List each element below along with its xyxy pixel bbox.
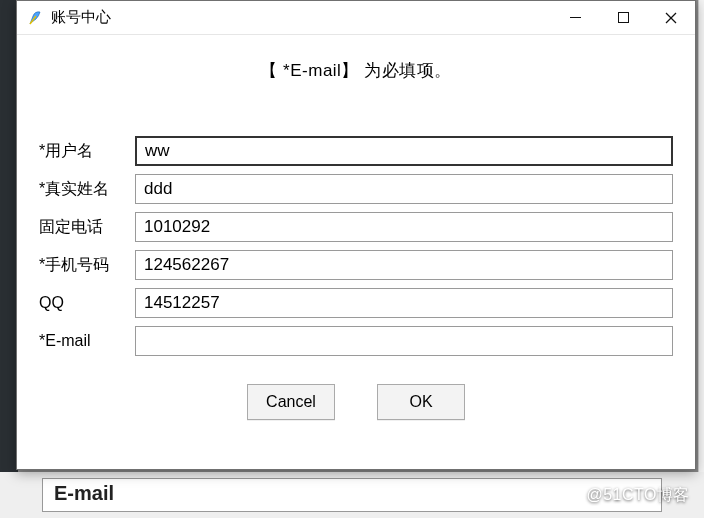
maximize-button[interactable]	[599, 1, 647, 35]
row-qq: QQ	[39, 288, 673, 318]
dialog-content: 【 *E-mail】 为必填项。 *用户名 *真实姓名 固定电话 *手机号码 Q…	[17, 35, 695, 469]
input-email[interactable]	[135, 326, 673, 356]
input-realname[interactable]	[135, 174, 673, 204]
label-landline: 固定电话	[39, 217, 135, 238]
input-landline[interactable]	[135, 212, 673, 242]
input-mobile[interactable]	[135, 250, 673, 280]
label-realname: *真实姓名	[39, 179, 135, 200]
input-username[interactable]	[135, 136, 673, 166]
titlebar[interactable]: 账号中心	[17, 1, 695, 35]
background-label: E-mail	[54, 482, 114, 505]
row-mobile: *手机号码	[39, 250, 673, 280]
row-email: *E-mail	[39, 326, 673, 356]
window-title: 账号中心	[51, 8, 111, 27]
row-realname: *真实姓名	[39, 174, 673, 204]
dialog-window: 账号中心 【 *E-mail】 为必填项。 *用户名 *真实姓名 固定电话 *手…	[16, 0, 696, 470]
row-landline: 固定电话	[39, 212, 673, 242]
label-qq: QQ	[39, 294, 135, 312]
close-button[interactable]	[647, 1, 695, 35]
minimize-button[interactable]	[551, 1, 599, 35]
ok-button[interactable]: OK	[377, 384, 465, 420]
cancel-button[interactable]: Cancel	[247, 384, 335, 420]
dialog-buttons: Cancel OK	[39, 364, 673, 420]
label-mobile: *手机号码	[39, 255, 135, 276]
label-username: *用户名	[39, 141, 135, 162]
input-qq[interactable]	[135, 288, 673, 318]
background-input-shadow	[42, 478, 662, 512]
background-editor-right	[698, 0, 704, 518]
row-username: *用户名	[39, 136, 673, 166]
tk-feather-icon	[27, 10, 43, 26]
watermark: @51CTO博客	[586, 485, 690, 506]
label-email: *E-mail	[39, 332, 135, 350]
validation-message: 【 *E-mail】 为必填项。	[39, 35, 673, 136]
